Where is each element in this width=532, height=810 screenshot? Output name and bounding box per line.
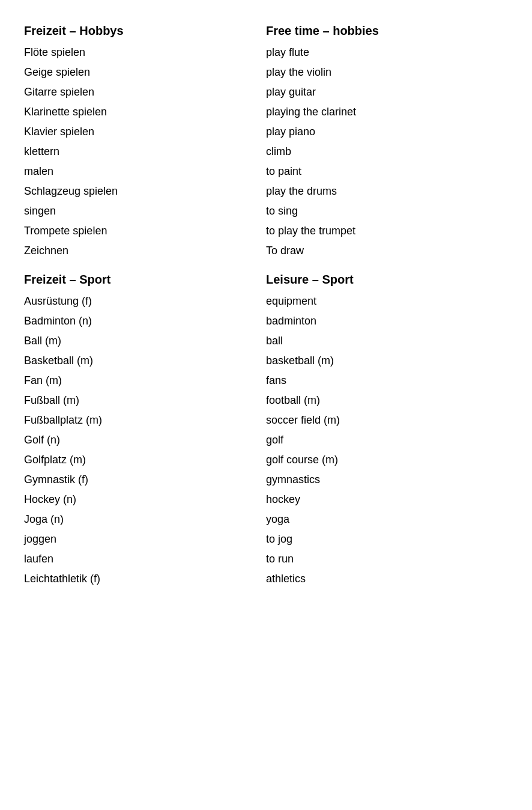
vocabulary-row: joggento jog: [24, 529, 508, 549]
english-term: fans: [266, 371, 508, 391]
vocabulary-table: Freizeit – HobbysFree time – hobbiesFlöt…: [24, 24, 508, 589]
section-header-hobbies: Freizeit – HobbysFree time – hobbies: [24, 24, 508, 43]
vocabulary-row: Klavier spielenplay piano: [24, 122, 508, 142]
german-term: Gymnastik (f): [24, 470, 266, 490]
section-header-sport: Freizeit – SportLeisure – Sport: [24, 261, 508, 291]
vocabulary-row: Fan (m)fans: [24, 371, 508, 391]
english-term: golf course (m): [266, 450, 508, 470]
english-term: ball: [266, 331, 508, 351]
english-term: to paint: [266, 162, 508, 181]
english-term: to sing: [266, 201, 508, 221]
german-term: Golfplatz (m): [24, 450, 266, 470]
german-term: Ball (m): [24, 331, 266, 351]
german-term: laufen: [24, 549, 266, 569]
german-term: Geige spielen: [24, 62, 266, 82]
vocabulary-row: Leichtathletik (f)athletics: [24, 569, 508, 589]
german-term: Gitarre spielen: [24, 82, 266, 102]
english-term: soccer field (m): [266, 410, 508, 430]
german-term: Golf (n): [24, 430, 266, 450]
vocabulary-row: Basketball (m)basketball (m): [24, 351, 508, 371]
vocabulary-row: kletternclimb: [24, 142, 508, 162]
vocabulary-row: Hockey (n)hockey: [24, 490, 508, 510]
german-term: Ausrüstung (f): [24, 291, 266, 311]
german-term: singen: [24, 201, 266, 221]
english-term: to run: [266, 549, 508, 569]
german-term: Zeichnen: [24, 241, 266, 261]
vocabulary-row: Golfplatz (m)golf course (m): [24, 450, 508, 470]
german-term: Hockey (n): [24, 490, 266, 510]
english-term: badminton: [266, 311, 508, 331]
vocabulary-row: Gitarre spielenplay guitar: [24, 82, 508, 102]
english-term: play piano: [266, 122, 508, 142]
german-term: malen: [24, 162, 266, 181]
vocabulary-row: Golf (n)golf: [24, 430, 508, 450]
english-term: To draw: [266, 241, 508, 261]
english-term: hockey: [266, 490, 508, 510]
english-term: basketball (m): [266, 351, 508, 371]
vocabulary-row: Fußball (m)football (m): [24, 391, 508, 410]
english-term: play flute: [266, 43, 508, 62]
german-term: Fußball (m): [24, 391, 266, 410]
vocabulary-row: Fußballplatz (m)soccer field (m): [24, 410, 508, 430]
german-term: joggen: [24, 529, 266, 549]
german-term: Klavier spielen: [24, 122, 266, 142]
vocabulary-row: malento paint: [24, 162, 508, 181]
german-term: Joga (n): [24, 510, 266, 529]
german-term: Schlagzeug spielen: [24, 181, 266, 201]
english-term: play the violin: [266, 62, 508, 82]
english-term: play the drums: [266, 181, 508, 201]
vocabulary-row: Flöte spielenplay flute: [24, 43, 508, 62]
english-term: playing the clarinet: [266, 102, 508, 122]
section-header-english-hobbies: Free time – hobbies: [266, 24, 508, 43]
german-term: Klarinette spielen: [24, 102, 266, 122]
vocabulary-row: Schlagzeug spielenplay the drums: [24, 181, 508, 201]
english-term: climb: [266, 142, 508, 162]
german-term: Leichtathletik (f): [24, 569, 266, 589]
english-term: equipment: [266, 291, 508, 311]
english-term: football (m): [266, 391, 508, 410]
vocabulary-row: Gymnastik (f)gymnastics: [24, 470, 508, 490]
german-term: Basketball (m): [24, 351, 266, 371]
vocabulary-row: Ball (m)ball: [24, 331, 508, 351]
english-term: yoga: [266, 510, 508, 529]
english-term: gymnastics: [266, 470, 508, 490]
german-term: Trompete spielen: [24, 221, 266, 241]
vocabulary-row: ZeichnenTo draw: [24, 241, 508, 261]
vocabulary-row: Joga (n)yoga: [24, 510, 508, 529]
english-term: golf: [266, 430, 508, 450]
german-term: Fan (m): [24, 371, 266, 391]
section-header-english-sport: Leisure – Sport: [266, 261, 508, 291]
english-term: athletics: [266, 569, 508, 589]
english-term: to play the trumpet: [266, 221, 508, 241]
section-header-german-hobbies: Freizeit – Hobbys: [24, 24, 266, 43]
vocabulary-row: Ausrüstung (f)equipment: [24, 291, 508, 311]
german-term: Flöte spielen: [24, 43, 266, 62]
vocabulary-row: Geige spielenplay the violin: [24, 62, 508, 82]
vocabulary-row: laufento run: [24, 549, 508, 569]
section-header-german-sport: Freizeit – Sport: [24, 261, 266, 291]
german-term: Badminton (n): [24, 311, 266, 331]
german-term: klettern: [24, 142, 266, 162]
english-term: to jog: [266, 529, 508, 549]
vocabulary-row: Badminton (n)badminton: [24, 311, 508, 331]
german-term: Fußballplatz (m): [24, 410, 266, 430]
english-term: play guitar: [266, 82, 508, 102]
vocabulary-row: singento sing: [24, 201, 508, 221]
vocabulary-row: Klarinette spielenplaying the clarinet: [24, 102, 508, 122]
vocabulary-row: Trompete spielento play the trumpet: [24, 221, 508, 241]
